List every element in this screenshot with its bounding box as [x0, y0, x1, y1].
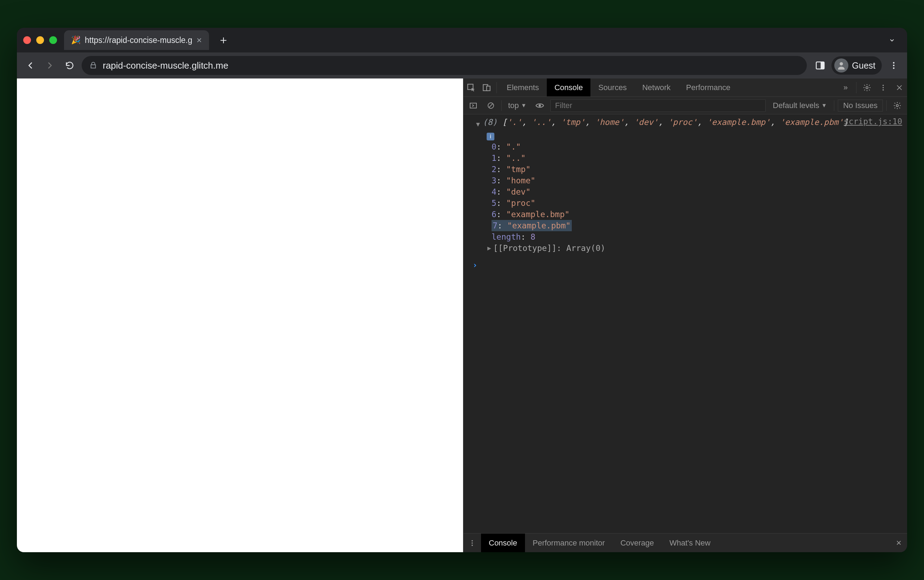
- drawer-tab-perfmon[interactable]: Performance monitor: [525, 534, 613, 552]
- console-sidebar-toggle-icon[interactable]: [466, 99, 480, 113]
- array-entry[interactable]: 7: "example.pbm": [492, 220, 903, 231]
- nav-forward-button[interactable]: [42, 58, 58, 73]
- console-settings-icon[interactable]: [890, 99, 904, 113]
- window-zoom[interactable]: [49, 36, 57, 44]
- array-entry[interactable]: 0: ".": [492, 141, 903, 152]
- svg-point-18: [472, 542, 473, 544]
- array-length-row: length: 8: [470, 231, 903, 242]
- drawer-tab-coverage[interactable]: Coverage: [613, 534, 661, 552]
- info-icon[interactable]: i: [487, 133, 494, 140]
- drawer-menu-icon[interactable]: [464, 539, 481, 547]
- svg-point-10: [883, 84, 884, 86]
- clear-console-icon[interactable]: [484, 99, 498, 113]
- svg-point-12: [883, 89, 884, 91]
- log-levels-selector[interactable]: Default levels ▼: [769, 101, 830, 110]
- window-controls: [23, 36, 57, 44]
- tabs-dropdown-button[interactable]: [883, 33, 901, 47]
- tab-elements[interactable]: Elements: [499, 79, 547, 96]
- inspect-element-icon[interactable]: [464, 79, 479, 96]
- log-levels-label: Default levels: [773, 101, 819, 110]
- devtools-drawer: Console Performance monitor Coverage Wha…: [464, 533, 907, 552]
- devtools-menu-icon[interactable]: [875, 84, 891, 92]
- disclosure-triangle-icon[interactable]: [476, 119, 480, 130]
- tab-favicon: 🎉: [71, 36, 81, 45]
- page-viewport[interactable]: [17, 79, 463, 552]
- svg-rect-8: [487, 86, 490, 91]
- browser-window: 🎉 https://rapid-concise-muscle.g × ＋ rap…: [17, 28, 907, 552]
- svg-point-9: [866, 87, 868, 89]
- drawer-tab-console[interactable]: Console: [481, 534, 525, 552]
- svg-point-4: [893, 65, 894, 66]
- window-minimize[interactable]: [36, 36, 44, 44]
- avatar-icon: [834, 58, 848, 72]
- console-output[interactable]: script.js:10 (8) ['.', '..', 'tmp', 'hom…: [464, 114, 907, 533]
- array-entry[interactable]: 3: "home": [492, 175, 903, 186]
- drawer-tab-whatsnew[interactable]: What's New: [662, 534, 718, 552]
- svg-point-11: [883, 87, 884, 88]
- disclosure-triangle-icon[interactable]: ▶: [487, 242, 491, 254]
- array-entry[interactable]: 6: "example.bmp": [492, 209, 903, 220]
- prompt-chevron-icon: ›: [473, 259, 477, 271]
- tab-strip: 🎉 https://rapid-concise-muscle.g × ＋: [17, 28, 907, 53]
- svg-point-17: [472, 540, 473, 541]
- svg-point-15: [539, 104, 541, 107]
- device-toolbar-icon[interactable]: [479, 79, 494, 96]
- console-toolbar: top ▼ Default levels ▼ No Issues: [464, 97, 907, 114]
- array-entry[interactable]: 5: "proc": [492, 198, 903, 209]
- live-expression-icon[interactable]: [533, 99, 547, 113]
- log-array-summary[interactable]: (8) ['.', '..', 'tmp', 'home', 'dev', 'p…: [470, 117, 903, 130]
- tab-sources[interactable]: Sources: [590, 79, 635, 96]
- tab-title: https://rapid-concise-muscle.g: [85, 36, 192, 45]
- svg-point-16: [896, 104, 898, 107]
- browser-tab[interactable]: 🎉 https://rapid-concise-muscle.g ×: [64, 30, 209, 50]
- source-link[interactable]: script.js:10: [844, 116, 902, 127]
- svg-point-2: [840, 62, 843, 66]
- devtools-close-icon[interactable]: [892, 84, 907, 92]
- svg-rect-1: [821, 62, 824, 69]
- nav-reload-button[interactable]: [62, 58, 77, 73]
- array-entry[interactable]: 4: "dev": [492, 186, 903, 198]
- profile-label: Guest: [852, 61, 875, 71]
- console-prompt[interactable]: ›: [470, 259, 903, 271]
- tab-console[interactable]: Console: [547, 79, 591, 96]
- content-area: Elements Console Sources Network Perform…: [17, 79, 907, 552]
- console-context-label: top: [508, 101, 519, 110]
- array-entry[interactable]: 2: "tmp": [492, 164, 903, 175]
- array-preview: ['.', '..', 'tmp', 'home', 'dev', 'proc'…: [502, 117, 848, 127]
- devtools-settings-icon[interactable]: [859, 83, 875, 92]
- dropdown-icon: ▼: [821, 102, 827, 109]
- new-tab-button[interactable]: ＋: [216, 33, 231, 48]
- issues-button[interactable]: No Issues: [838, 100, 883, 112]
- window-close[interactable]: [23, 36, 31, 44]
- side-panel-button[interactable]: [813, 58, 827, 72]
- array-entry[interactable]: 1: "..": [492, 152, 903, 164]
- more-tabs-button[interactable]: »: [838, 83, 853, 92]
- dropdown-icon: ▼: [521, 102, 527, 109]
- console-context-selector[interactable]: top ▼: [505, 101, 529, 110]
- browser-toolbar: rapid-concise-muscle.glitch.me Guest: [17, 53, 907, 79]
- prototype-row[interactable]: ▶ [[Prototype]]: Array(0): [470, 242, 903, 254]
- tab-close-icon[interactable]: ×: [197, 35, 202, 46]
- devtools-panel: Elements Console Sources Network Perform…: [463, 79, 907, 552]
- nav-back-button[interactable]: [23, 58, 38, 73]
- url-text: rapid-concise-muscle.glitch.me: [103, 60, 229, 71]
- svg-point-3: [893, 62, 894, 63]
- address-bar[interactable]: rapid-concise-muscle.glitch.me: [82, 56, 807, 75]
- drawer-close-icon[interactable]: ×: [891, 537, 907, 548]
- array-entries-list: 0: "."1: ".."2: "tmp"3: "home"4: "dev"5:…: [470, 141, 903, 231]
- console-filter-input[interactable]: [550, 99, 766, 112]
- lock-icon: [89, 62, 97, 69]
- browser-menu-button[interactable]: [886, 58, 901, 73]
- profile-button[interactable]: Guest: [832, 56, 882, 75]
- tab-network[interactable]: Network: [635, 79, 678, 96]
- svg-point-19: [472, 544, 473, 546]
- svg-point-5: [893, 67, 894, 69]
- devtools-tab-bar: Elements Console Sources Network Perform…: [464, 79, 907, 97]
- tab-performance[interactable]: Performance: [678, 79, 738, 96]
- array-length-badge: (8): [483, 117, 498, 127]
